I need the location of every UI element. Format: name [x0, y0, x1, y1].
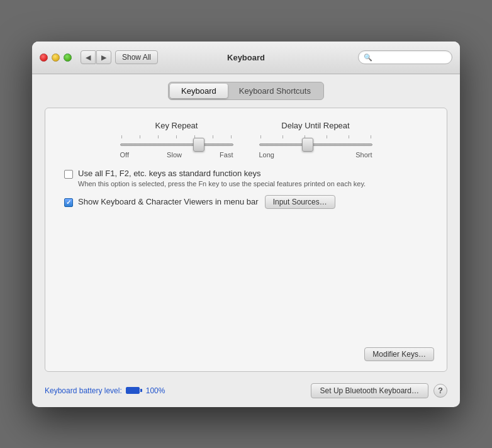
key-repeat-sublabels: Off Slow Fast [120, 151, 233, 159]
tick [282, 135, 283, 138]
options-section: Use all F1, F2, etc. keys as standard fu… [64, 169, 428, 209]
battery-tip [140, 389, 142, 392]
tab-keyboard[interactable]: Keyboard [170, 84, 228, 98]
key-repeat-fast-label: Fast [220, 151, 233, 159]
show-viewers-option-label: Show Keyboard & Character Viewers in men… [78, 197, 259, 206]
set-up-bluetooth-button[interactable]: Set Up Bluetooth Keyboard… [311, 383, 428, 398]
key-repeat-slow-label: Slow [167, 151, 182, 159]
search-icon: 🔍 [364, 53, 372, 62]
delay-repeat-short-label: Short [355, 151, 372, 159]
nav-buttons: ◀ ▶ [81, 50, 111, 64]
delay-repeat-ticks [259, 135, 372, 138]
help-button[interactable]: ? [433, 384, 447, 398]
close-button[interactable] [40, 53, 48, 62]
show-viewers-option-row: Show Keyboard & Character Viewers in men… [64, 195, 428, 209]
minimize-button[interactable] [52, 53, 60, 62]
delay-repeat-track[interactable] [259, 143, 372, 146]
battery-level: 100% [146, 386, 165, 395]
fn-keys-option-text-block: Use all F1, F2, etc. keys as standard fu… [78, 169, 366, 189]
delay-repeat-slider-group: Delay Until Repeat Long [253, 121, 379, 159]
footer-buttons: Set Up Bluetooth Keyboard… ? [311, 383, 447, 398]
tick [349, 135, 349, 138]
maximize-button[interactable] [64, 53, 72, 62]
tick [371, 135, 371, 138]
tick [140, 135, 140, 138]
content-bottom-area: Modifier Keys… [358, 347, 434, 361]
fn-keys-option-label: Use all F1, F2, etc. keys as standard fu… [78, 169, 366, 178]
key-repeat-off-label: Off [120, 151, 129, 159]
back-button[interactable]: ◀ [81, 50, 96, 64]
battery-info: Keyboard battery level: 100% [45, 386, 165, 395]
tick [260, 135, 261, 138]
key-repeat-track[interactable] [120, 143, 233, 146]
delay-repeat-label: Delay Until Repeat [281, 121, 349, 130]
tab-bar: Keyboard Keyboard Shortcuts [32, 74, 460, 100]
sliders-wrapper: Key Repeat Off [64, 121, 428, 159]
keyboard-preferences-window: ◀ ▶ Show All Keyboard 🔍 Keyboard Keyboar… [32, 42, 460, 407]
delay-repeat-thumb[interactable] [302, 138, 313, 152]
show-viewers-checkbox[interactable] [64, 198, 73, 207]
key-repeat-label: Key Repeat [155, 121, 198, 130]
tab-group: Keyboard Keyboard Shortcuts [168, 82, 324, 100]
key-repeat-thumb[interactable] [193, 138, 204, 152]
key-repeat-ticks [120, 135, 233, 138]
key-repeat-track-container: Off Slow Fast [120, 135, 233, 159]
delay-repeat-track-container: Long Short [259, 135, 372, 159]
tab-keyboard-shortcuts[interactable]: Keyboard Shortcuts [228, 84, 322, 98]
delay-repeat-sublabels: Long Short [259, 151, 372, 159]
fn-keys-option-subtext: When this option is selected, press the … [78, 179, 366, 189]
tick [213, 135, 213, 138]
tick [158, 135, 159, 138]
forward-button[interactable]: ▶ [96, 50, 111, 64]
footer: Keyboard battery level: 100% Set Up Blue… [32, 378, 460, 407]
input-sources-button[interactable]: Input Sources… [265, 195, 335, 209]
fn-keys-option-row: Use all F1, F2, etc. keys as standard fu… [64, 169, 428, 189]
traffic-lights [40, 53, 72, 62]
tick [231, 135, 232, 138]
search-input[interactable] [375, 53, 447, 62]
modifier-keys-button[interactable]: Modifier Keys… [364, 347, 434, 361]
search-box[interactable]: 🔍 [358, 50, 452, 64]
delay-repeat-long-label: Long [259, 151, 274, 159]
titlebar: ◀ ▶ Show All Keyboard 🔍 [32, 42, 460, 74]
battery-label: Keyboard battery level: [45, 386, 122, 395]
tick [121, 135, 122, 138]
battery-body [126, 387, 140, 394]
main-content: Key Repeat Off [45, 108, 447, 372]
show-all-button[interactable]: Show All [115, 50, 158, 64]
window-title: Keyboard [227, 53, 265, 62]
key-repeat-slider-group: Key Repeat Off [114, 121, 240, 159]
tick [176, 135, 177, 138]
fn-keys-checkbox[interactable] [64, 170, 73, 179]
battery-icon [126, 387, 142, 394]
tick [327, 135, 327, 138]
